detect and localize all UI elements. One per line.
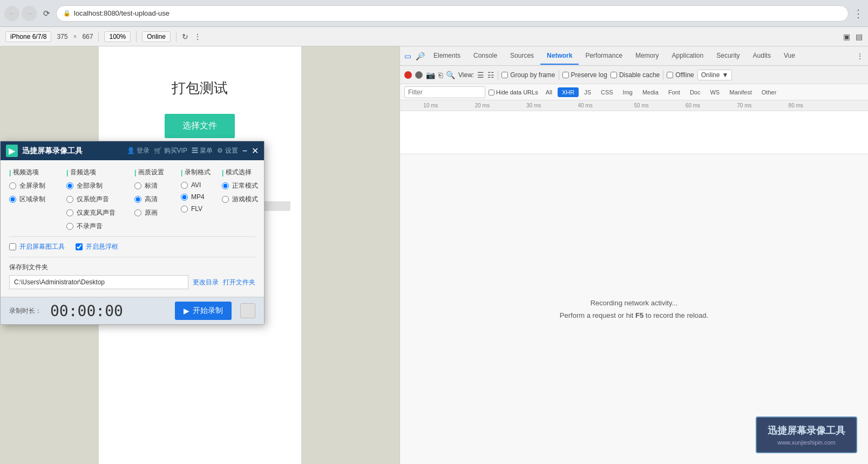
offline-checkbox[interactable]: Offline [667,71,694,79]
watermark: 迅捷屏幕录像工具 www.xunjieshipin.com [756,417,857,453]
tab-application[interactable]: Application [665,47,710,65]
save-path-input[interactable] [9,275,188,289]
record-button[interactable] [404,71,412,79]
game-mode-radio[interactable]: 游戏模式 [222,195,265,204]
filter-js[interactable]: JS [580,87,595,97]
audio-options-group: | 音频选项 全部录制 仅系统声音 仅麦克风声音 不录声音 [66,168,126,231]
save-folder-label: 保存到文件夹 [9,263,255,272]
back-button[interactable]: ← [4,6,19,21]
start-record-button[interactable]: ▶ 开始录制 [175,302,232,320]
filter-other[interactable]: Other [757,87,781,97]
start-record-label: 开始录制 [193,306,223,316]
recorder-vip-link[interactable]: 🛒 购买VIP [154,146,187,155]
filter-xhr[interactable]: XHR [558,87,579,97]
recorder-settings-link[interactable]: ⚙ 设置 [217,146,238,155]
recorder-menu-link[interactable]: ☰ 菜单 [192,146,213,155]
recorder-recordbar: 录制时长： 00:00:00 ▶ 开始录制 [1,297,264,324]
rotate-icon[interactable]: ↻ [182,32,188,41]
format-options-label: | 录制格式 [181,168,213,177]
disable-cache-checkbox[interactable]: Disable cache [611,71,660,79]
stop-record-button[interactable] [240,303,255,318]
tab-security[interactable]: Security [710,47,746,65]
filter-ws[interactable]: WS [706,87,724,97]
ruler-tick-70: 70 ms [737,103,751,108]
address-bar[interactable]: 🔒 localhost:8080/test-upload-use [56,5,849,22]
no-audio-radio[interactable]: 不录声音 [66,222,126,231]
tab-performance[interactable]: Performance [579,47,629,65]
devtools-split-icon[interactable]: ▤ [856,32,863,41]
hd-radio[interactable]: 高清 [134,195,172,204]
region-radio[interactable]: 区域录制 [9,195,58,204]
dim-x-separator: × [73,33,77,40]
network-selector[interactable]: Online [142,31,171,42]
device-selector[interactable]: iPhone 6/7/8 [5,31,51,42]
preserve-log-checkbox[interactable]: Preserve log [562,71,607,79]
timeline-ruler: 10 ms 20 ms 30 ms 40 ms 50 ms 60 ms 70 m… [400,100,868,111]
change-dir-link[interactable]: 更改目录 [193,278,219,287]
filter-input[interactable] [404,86,485,98]
tab-audits[interactable]: Audits [747,47,777,65]
network-hint-text: Perform a request or hit F5 to record th… [560,311,708,319]
zoom-selector[interactable]: 100% [104,31,131,42]
devtools-inspect-icon[interactable]: 🔎 [413,50,427,63]
recorder-close-button[interactable]: ✕ [252,146,259,156]
group-by-frame-checkbox[interactable]: Group by frame [501,71,555,79]
recorder-title-text: 迅捷屏幕录像工具 [22,146,123,156]
tab-sources[interactable]: Sources [504,47,540,65]
tab-elements[interactable]: Elements [427,47,467,65]
more-options-icon[interactable]: ⋮ [194,32,201,41]
address-lock-icon: 🔒 [63,10,71,17]
filter-media[interactable]: Media [638,87,663,97]
tab-vue[interactable]: Vue [777,47,802,65]
tab-memory[interactable]: Memory [629,47,665,65]
reload-button[interactable]: ⟳ [39,6,54,21]
forward-button[interactable]: → [22,6,37,21]
video-options-label: | 视频选项 [9,168,58,177]
normal-mode-radio[interactable]: 正常模式 [222,181,265,190]
mode-options-label: | 模式选择 [222,168,265,177]
filter-all[interactable]: All [541,87,557,97]
filter-font[interactable]: Font [664,87,684,97]
open-folder-link[interactable]: 打开文件夹 [223,278,255,287]
network-recording-text: Recording network activity... [591,299,678,307]
search-icon[interactable]: 🔍 [446,71,455,79]
tab-console[interactable]: Console [467,47,504,65]
recorder-login-link[interactable]: 👤 登录 [127,146,150,155]
view-list-icon[interactable]: ☰ [477,71,484,79]
mp4-radio[interactable]: MP4 [181,193,213,201]
standard-radio[interactable]: 标清 [134,181,172,190]
filter-bar: Hide data URLs All XHR JS CSS Img Media … [400,84,868,100]
flv-radio[interactable]: FLV [181,205,213,213]
sys-audio-radio[interactable]: 仅系统声音 [66,195,126,204]
filter-icon[interactable]: ⎗ [438,71,443,79]
all-audio-radio[interactable]: 全部录制 [66,181,126,190]
network-toolbar: 📷 ⎗ 🔍 View: ☰ ☷ Group by frame Preserve … [400,66,868,84]
filter-css[interactable]: CSS [596,87,618,97]
recorder-minimize-button[interactable]: − [242,146,247,156]
menu-button[interactable]: ⋮ [853,7,864,20]
tab-network[interactable]: Network [540,47,579,65]
hide-data-urls-checkbox[interactable]: Hide data URLs [489,89,538,95]
original-radio[interactable]: 原画 [134,208,172,217]
devtools-device-icon[interactable]: ▭ [402,50,413,63]
fullscreen-radio[interactable]: 全屏录制 [9,181,58,190]
filter-img[interactable]: Img [619,87,637,97]
mic-audio-radio[interactable]: 仅麦克风声音 [66,208,126,217]
screenshot-tool-checkbox[interactable]: 开启屏幕图工具 [9,242,65,251]
ruler-tick-30: 30 ms [526,103,541,108]
avi-radio[interactable]: AVI [181,181,213,189]
devtools-more-tabs-icon[interactable]: ⋮ [854,50,866,63]
floating-bar-checkbox[interactable]: 开启悬浮框 [76,242,118,251]
view-frame-icon[interactable]: ☷ [487,71,494,79]
filter-manifest[interactable]: Manifest [725,87,756,97]
devtools-mode-icon[interactable]: ▣ [843,32,850,41]
online-selector[interactable]: Online ▼ [697,70,733,80]
toolbar-divider-1 [98,31,99,42]
select-file-button[interactable]: 选择文件 [165,114,235,138]
camera-icon[interactable]: 📷 [426,71,435,79]
ruler-tick-60: 60 ms [686,103,700,108]
browser-chrome: ← → ⟳ 🔒 localhost:8080/test-upload-use ⋮ [0,0,868,27]
filter-doc[interactable]: Doc [686,87,705,97]
quality-options-label: | 画质设置 [134,168,172,177]
clear-button[interactable] [415,71,423,79]
